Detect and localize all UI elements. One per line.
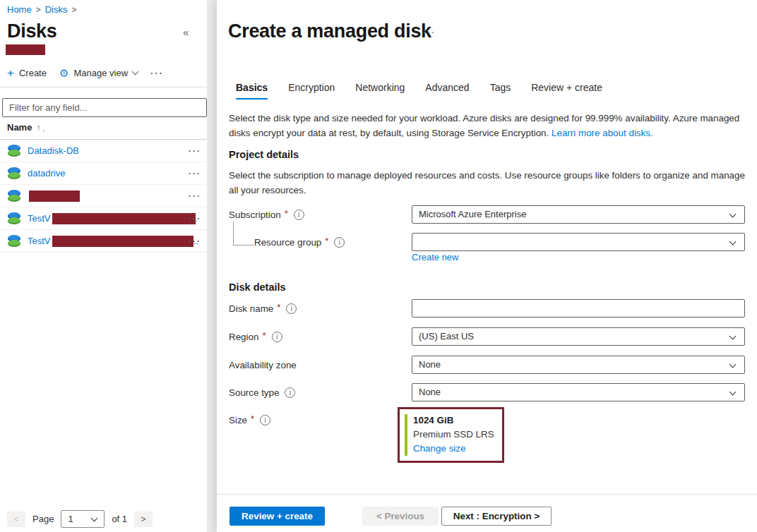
required-marker: * (251, 413, 254, 424)
disks-toolbar: + Create ⚙ Manage view ··· (7, 67, 164, 79)
create-button-label: Create (19, 68, 47, 78)
source-type-select[interactable]: None (412, 383, 745, 401)
tab-review-create[interactable]: Review + create (531, 82, 602, 99)
name-column-label: Name (7, 122, 32, 133)
pagination: < Page 1 of 1 > (7, 510, 153, 528)
name-column-header[interactable]: Name ↑ ↓ (7, 122, 45, 133)
create-managed-disk-blade: Create a managed disk ··· Basics Encrypt… (217, 0, 757, 532)
project-details-description: Select the subscription to manage deploy… (229, 168, 747, 198)
plus-icon: + (7, 67, 14, 79)
sort-descending-icon: ↓ (41, 124, 45, 134)
availability-zone-label-text: Availability zone (229, 360, 297, 370)
blade-title: Create a managed disk (228, 20, 431, 42)
chevron-down-icon (729, 361, 737, 368)
disk-icon (7, 167, 21, 179)
disk-icon (7, 145, 21, 157)
breadcrumb-disks-link[interactable]: Disks (45, 4, 68, 15)
page-select[interactable]: 1 (61, 510, 105, 528)
redaction-block (29, 191, 80, 202)
next-encryption-button[interactable]: Next : Encryption > (441, 507, 552, 526)
info-icon[interactable]: i (286, 303, 297, 314)
subscription-label: Subscription * i (229, 210, 304, 220)
page-label: Page (32, 514, 54, 524)
disk-link[interactable]: TestV (28, 236, 51, 246)
size-value: 1024 GiB (413, 413, 494, 428)
subscription-select-value: Microsoft Azure Enterprise (419, 209, 526, 219)
disk-link[interactable]: Datadisk-DB (28, 145, 79, 156)
disk-link[interactable]: TestV (28, 213, 51, 224)
info-icon[interactable]: i (294, 210, 304, 220)
row-context-menu-icon[interactable]: ··· (189, 236, 201, 246)
size-sku: Premium SSD LRS (413, 428, 494, 442)
breadcrumb-separator-icon: > (71, 5, 76, 15)
resource-group-label-text: Resource group (254, 237, 321, 248)
tab-networking[interactable]: Networking (355, 82, 405, 99)
subscription-select[interactable]: Microsoft Azure Enterprise (412, 205, 745, 224)
chevron-down-icon (729, 389, 737, 396)
required-marker: * (285, 208, 288, 219)
info-icon[interactable]: i (285, 387, 295, 398)
row-context-menu-icon[interactable]: ··· (189, 169, 201, 179)
gear-icon: ⚙ (59, 68, 68, 78)
disk-name-input[interactable] (412, 299, 745, 318)
table-row[interactable]: datadrive ··· (0, 162, 207, 185)
table-row[interactable]: TestV . ··· (0, 207, 207, 230)
indent-connector (233, 222, 254, 246)
next-page-button[interactable]: > (134, 512, 153, 527)
table-row[interactable]: Datadisk-DB ··· (0, 140, 207, 162)
page-of-label: of 1 (112, 514, 127, 524)
chevron-down-icon (729, 211, 737, 218)
table-row[interactable]: ··· (0, 185, 207, 207)
tab-encryption[interactable]: Encryption (288, 82, 335, 99)
tab-advanced[interactable]: Advanced (425, 82, 469, 99)
chevron-down-icon (91, 515, 98, 522)
source-type-label-text: Source type (229, 387, 279, 398)
row-context-menu-icon[interactable]: ··· (189, 214, 201, 224)
source-type-select-value: None (419, 387, 441, 397)
change-size-link[interactable]: Change size (413, 443, 465, 454)
availability-zone-select-value: None (419, 359, 441, 370)
disk-name-label: Disk name * i (229, 303, 297, 314)
manage-view-label: Manage view (73, 68, 128, 78)
manage-view-button[interactable]: ⚙ Manage view (59, 68, 138, 78)
breadcrumb-home-link[interactable]: Home (7, 4, 32, 15)
project-details-heading: Project details (229, 149, 299, 160)
create-new-link[interactable]: Create new (412, 252, 458, 262)
wizard-tabs: Basics Encryption Networking Advanced Ta… (236, 82, 602, 99)
region-select[interactable]: (US) East US (412, 327, 745, 346)
availability-zone-label: Availability zone (229, 360, 297, 370)
redaction-block (52, 213, 196, 224)
row-context-menu-icon[interactable]: ··· (189, 146, 201, 156)
info-icon[interactable]: i (334, 237, 345, 248)
info-icon[interactable]: i (272, 332, 282, 342)
toolbar-more-button[interactable]: ··· (150, 68, 164, 78)
source-type-label: Source type i (229, 387, 295, 398)
create-button[interactable]: + Create (7, 67, 47, 79)
size-label-text: Size (229, 415, 247, 425)
intro-text: Select the disk type and size needed for… (229, 111, 747, 141)
availability-zone-select[interactable]: None (412, 356, 745, 374)
previous-button[interactable]: < Previous (362, 507, 439, 526)
divider (217, 494, 757, 495)
size-accent-bar (405, 414, 407, 456)
info-icon[interactable]: i (260, 415, 270, 425)
chevron-down-icon (729, 333, 737, 340)
previous-page-button[interactable]: < (7, 512, 25, 527)
redaction-block (6, 44, 45, 55)
tab-basics[interactable]: Basics (236, 82, 268, 99)
table-row[interactable]: TestV .. ··· (0, 230, 207, 253)
blade-more-button[interactable]: ··· (424, 28, 436, 37)
size-label: Size * i (229, 415, 270, 425)
disk-link[interactable]: datadrive (28, 168, 65, 179)
disk-icon (7, 212, 21, 224)
learn-more-link[interactable]: Learn more about disks. (552, 128, 653, 138)
tab-tags[interactable]: Tags (490, 82, 511, 99)
filter-input[interactable] (2, 98, 207, 117)
redaction-block (52, 236, 193, 247)
collapse-panel-icon[interactable]: « (183, 26, 189, 38)
review-create-button[interactable]: Review + create (230, 507, 325, 526)
row-context-menu-icon[interactable]: ··· (189, 191, 201, 201)
required-marker: * (277, 302, 280, 313)
resource-group-select[interactable] (412, 233, 745, 251)
disk-details-heading: Disk details (229, 282, 286, 293)
